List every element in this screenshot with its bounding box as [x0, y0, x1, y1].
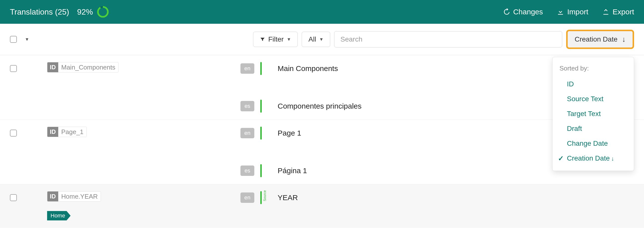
source-text: Main Components: [278, 64, 338, 73]
target-text: Componentes principales: [278, 102, 362, 110]
progress-ring-icon: [97, 6, 109, 18]
arrow-down-icon: ↓: [622, 35, 626, 44]
id-badge-group: ID Page_1: [47, 127, 87, 137]
sort-option-creation[interactable]: Creation Date↓: [552, 151, 634, 166]
scope-button[interactable]: All ▼: [302, 32, 330, 47]
lang-badge: en: [240, 63, 254, 74]
row-checkbox[interactable]: [10, 194, 17, 201]
sort-option-target[interactable]: Target Text: [552, 106, 634, 121]
id-value: Page_1: [58, 127, 86, 137]
id-badge-group: ID Home.YEAR: [47, 191, 101, 202]
id-badge: ID: [47, 127, 58, 137]
id-badge: ID: [47, 192, 58, 201]
chevron-down-icon: ▼: [286, 37, 291, 42]
sort-option-source[interactable]: Source Text: [552, 92, 634, 106]
page-title: Translations (25): [10, 7, 69, 16]
sort-label: Creation Date: [574, 35, 618, 43]
status-indicator-bar: [260, 164, 262, 177]
lang-badge: en: [240, 192, 254, 203]
select-all-menu-caret[interactable]: ▼: [25, 37, 29, 42]
id-value: Home.YEAR: [58, 192, 101, 201]
lang-badge: es: [240, 101, 254, 111]
sort-option-change[interactable]: Change Date: [552, 136, 634, 151]
import-icon: [557, 8, 564, 15]
filter-label: Filter: [268, 35, 284, 43]
import-button[interactable]: Import: [557, 8, 588, 16]
changes-label: Changes: [513, 8, 543, 16]
translation-list: ID Main_Components en Main Components es…: [0, 55, 644, 228]
id-value: Main_Components: [58, 63, 118, 72]
sort-button[interactable]: Creation Date ↓: [566, 30, 634, 49]
status-indicator-bar: [260, 100, 262, 113]
progress-percent: 92%: [77, 7, 93, 16]
lang-badge: en: [240, 128, 254, 138]
filter-button[interactable]: Filter ▼: [253, 32, 298, 47]
status-indicator-bar: Source: [260, 191, 262, 204]
filter-icon: [260, 37, 265, 42]
sort-dropdown-title: Sorted by:: [552, 62, 634, 77]
translation-row[interactable]: ID Home.YEAR Home en Source YEAR: [0, 184, 644, 228]
translation-row[interactable]: ID Main_Components en Main Components es…: [0, 55, 644, 120]
import-label: Import: [567, 8, 588, 16]
id-badge-group: ID Main_Components: [47, 62, 118, 73]
row-checkbox[interactable]: [10, 65, 17, 72]
sort-dropdown: Sorted by: ID Source Text Target Text Dr…: [552, 57, 634, 171]
chevron-down-icon: ▼: [319, 37, 324, 42]
id-badge: ID: [47, 62, 58, 72]
select-all-checkbox[interactable]: [10, 36, 17, 43]
export-icon: [602, 8, 610, 15]
status-indicator-bar: [260, 62, 262, 75]
source-text: Page 1: [278, 129, 301, 137]
translation-row[interactable]: ID Page_1 en Page 1 es Página 1 ▾: [0, 120, 644, 184]
lang-badge: es: [240, 165, 254, 176]
changes-button[interactable]: Changes: [503, 8, 543, 16]
svg-point-1: [98, 7, 108, 17]
source-text: YEAR: [278, 193, 298, 202]
header-bar: Translations (25) 92% Changes Import Exp…: [0, 0, 644, 24]
history-icon: [503, 8, 510, 15]
source-label: Source: [263, 190, 267, 201]
export-button[interactable]: Export: [602, 8, 634, 16]
toolbar: ▼ Filter ▼ All ▼ Creation Date ↓ Sorted …: [0, 24, 644, 55]
target-text: Página 1: [278, 166, 307, 175]
status-indicator-bar: [260, 127, 262, 139]
sort-option-creation-label: Creation Date: [567, 154, 610, 162]
export-label: Export: [612, 8, 634, 16]
scope-label: All: [308, 35, 316, 43]
sort-option-id[interactable]: ID: [552, 77, 634, 92]
search-input[interactable]: [334, 31, 562, 47]
sort-option-draft[interactable]: Draft: [552, 121, 634, 136]
tag-chip[interactable]: Home: [47, 211, 71, 221]
row-checkbox[interactable]: [10, 130, 17, 136]
arrow-down-icon: ↓: [611, 155, 614, 162]
